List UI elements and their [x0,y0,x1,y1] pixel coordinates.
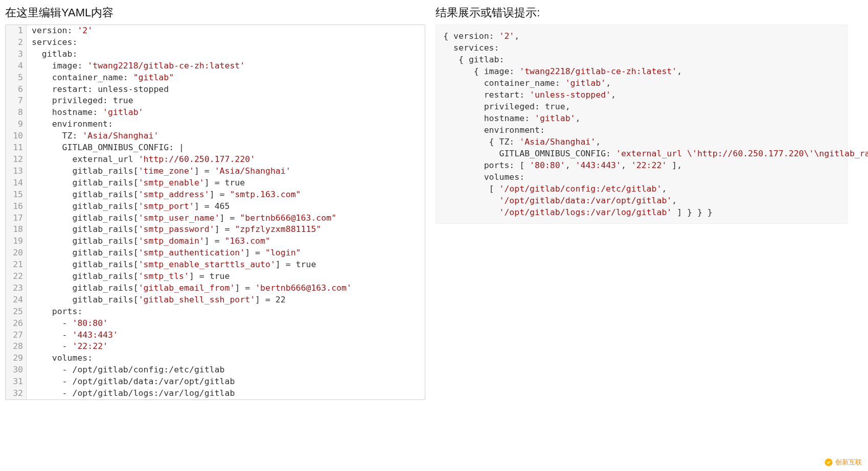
code-content[interactable]: version: '2' [27,25,93,37]
editor-line[interactable]: 4 image: 'twang2218/gitlab-ce-zh:latest' [6,60,425,72]
line-number: 26 [6,318,27,329]
code-content[interactable]: gitlab_rails['gitlab_shell_ssh_port'] = … [27,294,286,306]
yaml-editor[interactable]: 1version: '2'2services:3 gitlab:4 image:… [5,25,425,400]
editor-line[interactable]: 23 gitlab_rails['gitlab_email_from'] = '… [6,282,425,294]
code-content[interactable]: hostname: 'gitlab' [27,107,144,119]
editor-line[interactable]: 6 restart: unless-stopped [6,84,425,96]
result-line: ports: [ '80:80', '443:443', '22:22' ], [443,159,839,171]
editor-line[interactable]: 5 container_name: "gitlab" [6,72,425,84]
line-number: 7 [6,95,27,107]
code-content[interactable]: volumes: [27,352,93,364]
editor-line[interactable]: 25 ports: [6,306,425,318]
code-content[interactable]: gitlab_rails['gitlab_email_from'] = 'ber… [27,282,352,294]
line-number: 29 [6,352,27,364]
line-number: 23 [6,282,27,294]
editor-line[interactable]: 27 - '443:443' [6,329,425,341]
result-line: environment: [443,124,839,136]
line-number: 6 [6,84,27,96]
editor-line[interactable]: 10 TZ: 'Asia/Shanghai' [6,130,425,142]
code-content[interactable]: gitlab_rails['time_zone'] = 'Asia/Shangh… [27,166,291,177]
result-pane: 结果展示或错误提示: { version: '2', services: { g… [436,5,847,400]
code-content[interactable]: - '80:80' [27,318,108,329]
editor-line[interactable]: 15 gitlab_rails['smtp_address'] = "smtp.… [6,189,425,201]
editor-line[interactable]: 8 hostname: 'gitlab' [6,107,425,119]
code-content[interactable]: restart: unless-stopped [27,84,169,96]
line-number: 2 [6,37,27,49]
editor-line[interactable]: 14 gitlab_rails['smtp_enable'] = true [6,177,425,189]
code-content[interactable]: - /opt/gitlab/data:/var/opt/gitlab [27,376,235,388]
editor-title: 在这里编辑YAML内容 [5,5,425,20]
code-content[interactable]: container_name: "gitlab" [27,72,174,84]
editor-line[interactable]: 2services: [6,37,425,49]
code-content[interactable]: ports: [27,306,82,318]
line-number: 25 [6,306,27,318]
editor-line[interactable]: 26 - '80:80' [6,318,425,329]
result-line: GITLAB_OMNIBUS_CONFIG: 'external_url \'h… [443,148,839,159]
line-number: 1 [6,25,27,37]
line-number: 18 [6,224,27,236]
editor-pane: 在这里编辑YAML内容 1version: '2'2services:3 git… [5,5,425,400]
code-content[interactable]: - /opt/gitlab/logs:/var/log/gitlab [27,388,235,399]
code-content[interactable]: gitlab_rails['smtp_tls'] = true [27,271,230,282]
code-content[interactable]: gitlab_rails['smtp_password'] = "zpfzlyz… [27,224,321,236]
line-number: 24 [6,294,27,306]
result-output: { version: '2', services: { gitlab: { im… [436,25,847,224]
editor-line[interactable]: 9 environment: [6,119,425,130]
editor-line[interactable]: 30 - /opt/gitlab/config:/etc/gitlab [6,364,425,376]
code-content[interactable]: - '443:443' [27,329,118,341]
code-content[interactable]: gitlab: [27,49,77,60]
editor-line[interactable]: 29 volumes: [6,352,425,364]
code-content[interactable]: gitlab_rails['smtp_authentication'] = "l… [27,247,301,259]
code-content[interactable]: environment: [27,119,113,130]
code-content[interactable]: image: 'twang2218/gitlab-ce-zh:latest' [27,60,245,72]
editor-line[interactable]: 24 gitlab_rails['gitlab_shell_ssh_port']… [6,294,425,306]
line-number: 22 [6,271,27,282]
line-number: 20 [6,247,27,259]
result-line: '/opt/gitlab/data:/var/opt/gitlab', [443,195,839,206]
result-title: 结果展示或错误提示: [436,5,847,20]
editor-line[interactable]: 13 gitlab_rails['time_zone'] = 'Asia/Sha… [6,166,425,177]
result-line: hostname: 'gitlab', [443,112,839,124]
line-number: 30 [6,364,27,376]
code-content[interactable]: external_url 'http://60.250.177.220' [27,154,255,166]
editor-line[interactable]: 11 GITLAB_OMNIBUS_CONFIG: | [6,142,425,154]
code-content[interactable]: - '22:22' [27,341,108,352]
code-content[interactable]: services: [27,37,77,49]
code-content[interactable]: gitlab_rails['smtp_port'] = 465 [27,201,230,213]
editor-line[interactable]: 18 gitlab_rails['smtp_password'] = "zpfz… [6,224,425,236]
editor-line[interactable]: 22 gitlab_rails['smtp_tls'] = true [6,271,425,282]
code-content[interactable]: gitlab_rails['smtp_enable_starttls_auto'… [27,259,316,271]
editor-line[interactable]: 7 privileged: true [6,95,425,107]
line-number: 17 [6,213,27,224]
code-content[interactable]: GITLAB_OMNIBUS_CONFIG: | [27,142,184,154]
editor-line[interactable]: 20 gitlab_rails['smtp_authentication'] =… [6,247,425,259]
line-number: 13 [6,166,27,177]
code-content[interactable]: - /opt/gitlab/config:/etc/gitlab [27,364,225,376]
result-line: { version: '2', [443,30,839,42]
code-content[interactable]: gitlab_rails['smtp_enable'] = true [27,177,245,189]
code-content[interactable]: gitlab_rails['smtp_user_name'] = "bertnb… [27,213,336,224]
result-line: '/opt/gitlab/logs:/var/log/gitlab' ] } }… [443,206,839,218]
line-number: 15 [6,189,27,201]
code-content[interactable]: privileged: true [27,95,133,107]
editor-line[interactable]: 12 external_url 'http://60.250.177.220' [6,154,425,166]
result-line: restart: 'unless-stopped', [443,89,839,101]
code-content[interactable]: gitlab_rails['smtp_address'] = "smtp.163… [27,189,301,201]
line-number: 8 [6,107,27,119]
result-line: [ '/opt/gitlab/config:/etc/gitlab', [443,183,839,195]
result-line: { image: 'twang2218/gitlab-ce-zh:latest'… [443,65,839,77]
editor-line[interactable]: 31 - /opt/gitlab/data:/var/opt/gitlab [6,376,425,388]
editor-line[interactable]: 32 - /opt/gitlab/logs:/var/log/gitlab [6,388,425,399]
editor-line[interactable]: 21 gitlab_rails['smtp_enable_starttls_au… [6,259,425,271]
result-line: { gitlab: [443,54,839,65]
line-number: 32 [6,388,27,399]
editor-line[interactable]: 3 gitlab: [6,49,425,60]
editor-line[interactable]: 28 - '22:22' [6,341,425,352]
editor-line[interactable]: 1version: '2' [6,25,425,37]
code-content[interactable]: TZ: 'Asia/Shanghai' [27,130,158,142]
editor-line[interactable]: 19 gitlab_rails['smtp_domain'] = "163.co… [6,236,425,247]
editor-line[interactable]: 17 gitlab_rails['smtp_user_name'] = "ber… [6,213,425,224]
line-number: 14 [6,177,27,189]
code-content[interactable]: gitlab_rails['smtp_domain'] = "163.com" [27,236,270,247]
editor-line[interactable]: 16 gitlab_rails['smtp_port'] = 465 [6,201,425,213]
